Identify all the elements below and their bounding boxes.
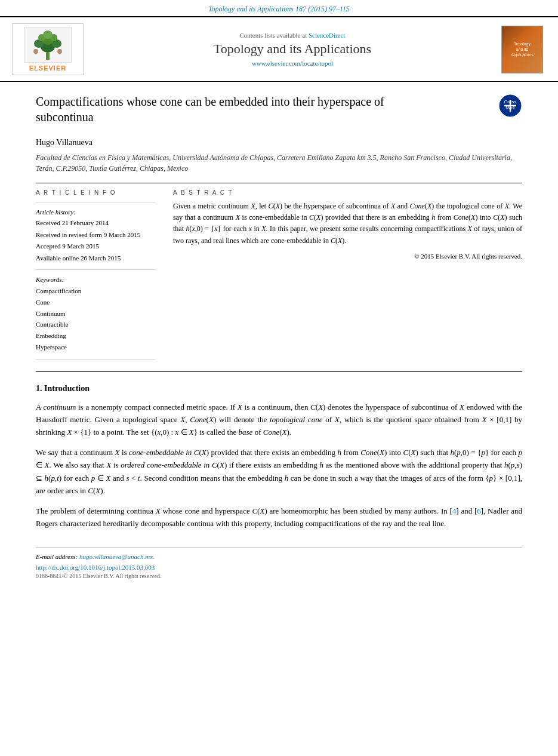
sciencedirect-link[interactable]: ScienceDirect <box>309 32 346 39</box>
article-title: Compactifications whose cone can be embe… <box>36 94 394 125</box>
elsevier-logo: ELSEVIER <box>12 23 84 75</box>
journal-citation: Topology and its Applications 187 (2015)… <box>0 0 558 16</box>
copyright-text: © 2015 Elsevier B.V. All rights reserved… <box>173 253 522 260</box>
keywords-label: Keywords: <box>36 276 155 283</box>
intro-paragraph-2: We say that a continuum X is cone-embedd… <box>36 446 522 497</box>
journal-header-middle: Contents lists available at ScienceDirec… <box>95 32 489 67</box>
doi-link[interactable]: http://dx.doi.org/10.1016/j.topol.2015.0… <box>36 564 522 571</box>
keyword-6: Hyperspace <box>36 342 155 353</box>
journal-title-banner: Topology and its Applications <box>95 41 489 57</box>
keyword-1: Compactification <box>36 285 155 297</box>
sciencedirect-label: Contents lists available at ScienceDirec… <box>95 32 489 39</box>
keyword-5: Embedding <box>36 330 155 342</box>
author-name: Hugo Villanueva <box>36 138 522 147</box>
available-date: Available online 26 March 2015 <box>36 253 155 264</box>
abstract-text: Given a metric continuum X, let C(X) be … <box>173 201 522 247</box>
elsevier-brand: ELSEVIER <box>29 64 66 72</box>
divider-top <box>36 183 522 183</box>
received-date: Received 21 February 2014 <box>36 218 155 229</box>
email-link[interactable]: hugo.villanueva@unach.mx. <box>79 553 155 560</box>
received-revised-date: Received in revised form 9 March 2015 <box>36 230 155 241</box>
keyword-2: Cone <box>36 297 155 308</box>
footnote-area: E-mail address: hugo.villanueva@unach.mx… <box>36 548 522 579</box>
footnote-email: E-mail address: hugo.villanueva@unach.mx… <box>36 553 522 560</box>
intro-paragraph-1: A continuum is a nonempty compact connec… <box>36 401 522 439</box>
cover-text: Topologyand itsApplications <box>511 41 534 57</box>
divider-bottom <box>36 371 522 372</box>
journal-url: www.elsevier.com/locate/topol <box>95 60 489 67</box>
author-affiliation: Facultad de Ciencias en Física y Matemát… <box>36 152 522 174</box>
abstract-panel: A B S T R A C T Given a metric continuum… <box>173 189 522 365</box>
journal-cover: Topologyand itsApplications <box>501 26 546 73</box>
ref-6[interactable]: 6 <box>477 506 481 515</box>
history-label: Article history: <box>36 208 155 216</box>
svg-rect-0 <box>46 53 50 60</box>
article-info-panel: A R T I C L E I N F O Article history: R… <box>36 189 155 365</box>
keyword-3: Continuum <box>36 308 155 319</box>
intro-paragraph-3: The problem of determining continua X wh… <box>36 505 522 530</box>
keyword-4: Contractible <box>36 319 155 330</box>
svg-point-8 <box>33 49 38 54</box>
article-info-label: A R T I C L E I N F O <box>36 189 155 196</box>
ref-4[interactable]: 4 <box>452 506 457 515</box>
intro-heading: 1. Introduction <box>36 384 522 394</box>
accepted-date: Accepted 9 March 2015 <box>36 241 155 252</box>
svg-point-7 <box>43 30 53 39</box>
svg-point-9 <box>57 49 62 54</box>
issn-text: 0166-8641/© 2015 Elsevier B.V. All right… <box>36 573 522 579</box>
abstract-label: A B S T R A C T <box>173 189 522 196</box>
crossmark-icon: Cross Mark <box>498 94 522 120</box>
